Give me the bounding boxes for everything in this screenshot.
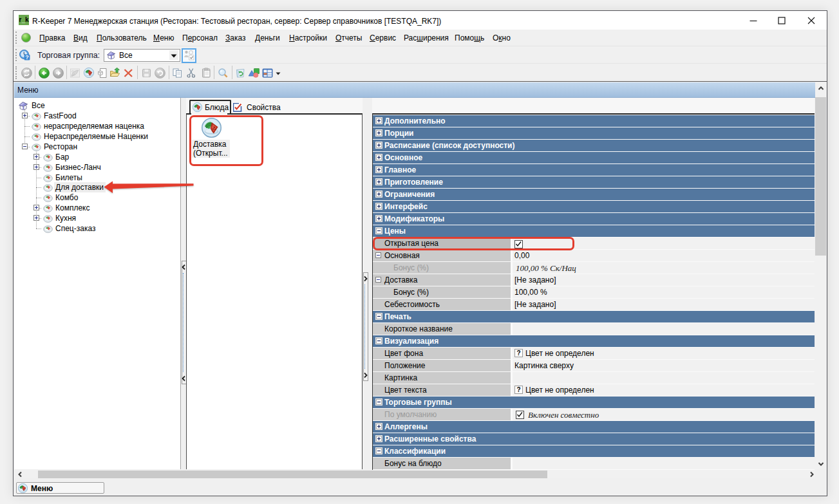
svg-text:?: ? <box>25 54 29 61</box>
svg-text:?: ? <box>516 386 520 393</box>
svg-text:?: ? <box>516 350 520 357</box>
